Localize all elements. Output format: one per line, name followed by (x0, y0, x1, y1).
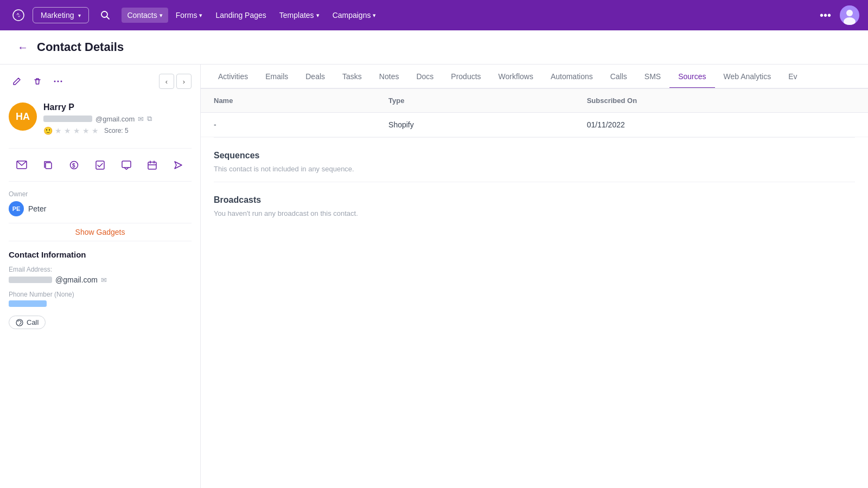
sidebar-toolbar: ‹ › (9, 73, 192, 89)
sequences-section: Sequences This contact is not included i… (201, 138, 868, 182)
contact-email-row: @gmail.com ✉ ⧉ (43, 114, 192, 123)
deal-action-icon[interactable]: $ (64, 155, 84, 175)
logo-icon[interactable] (9, 5, 28, 25)
email-domain: @gmail.com (95, 115, 135, 123)
svg-marker-19 (175, 162, 182, 169)
col-type: Type (375, 89, 574, 113)
sequences-title: Sequences (214, 151, 855, 160)
tab-sources[interactable]: Sources (669, 65, 714, 89)
svg-point-7 (58, 81, 59, 82)
templates-chevron-icon: ▾ (316, 12, 320, 19)
star-3[interactable]: ★ (73, 126, 80, 135)
row-type: Shopify (375, 113, 574, 137)
tab-activities[interactable]: Activities (209, 65, 257, 89)
copy-action-icon[interactable] (38, 155, 58, 175)
more-options-button[interactable] (50, 73, 66, 89)
col-name: Name (201, 89, 375, 113)
right-content: Activities Emails Deals Tasks Notes Docs… (201, 65, 868, 488)
email-field-label: Email Address: (9, 266, 192, 273)
tab-workflows[interactable]: Workflows (490, 65, 542, 89)
nav-campaigns[interactable]: Campaigns ▾ (327, 8, 382, 23)
tab-ev[interactable]: Ev (780, 65, 806, 89)
delete-button[interactable] (29, 73, 46, 89)
broadcasts-title: Broadcasts (214, 195, 855, 205)
call-button[interactable]: Call (9, 316, 46, 329)
owner-row: PE Peter (9, 201, 192, 216)
table-row: - Shopify 01/11/2022 (201, 113, 868, 137)
phone-field-value (9, 300, 192, 307)
copy-icon[interactable]: ⧉ (147, 114, 152, 123)
tab-web-analytics[interactable]: Web Analytics (715, 65, 780, 89)
row-subscribed-on: 01/11/2022 (574, 113, 868, 137)
main-layout: ‹ › HA Harry P @gmail.com ✉ ⧉ 🙂 ★ (0, 65, 868, 488)
star-2[interactable]: ★ (64, 126, 71, 135)
tabs-bar: Activities Emails Deals Tasks Notes Docs… (201, 65, 868, 89)
tab-emails[interactable]: Emails (257, 65, 297, 89)
email-icon: ✉ (138, 115, 144, 123)
tab-docs[interactable]: Docs (407, 65, 442, 89)
page-header: ← Contact Details (0, 30, 868, 65)
next-contact-button[interactable]: › (176, 74, 192, 89)
nav-contacts[interactable]: Contacts ▾ (122, 8, 168, 23)
svg-point-4 (846, 10, 853, 16)
svg-point-8 (61, 81, 62, 82)
topnav-menu: Contacts ▾ Forms ▾ Landing Pages Templat… (122, 8, 381, 23)
prev-contact-button[interactable]: ‹ (159, 74, 174, 89)
contact-information-title: Contact Information (9, 250, 192, 259)
forms-chevron-icon: ▾ (199, 12, 202, 19)
email-field-icon: ✉ (101, 276, 107, 284)
tab-tasks[interactable]: Tasks (334, 65, 371, 89)
app-selector-label: Marketing (41, 11, 74, 20)
score-text: Score: 5 (104, 127, 129, 134)
star-1[interactable]: ★ (55, 126, 62, 135)
owner-avatar: PE (9, 201, 24, 216)
tab-sms[interactable]: SMS (636, 65, 669, 89)
search-button[interactable] (95, 5, 115, 25)
email-blurred (43, 115, 92, 122)
tab-calls[interactable]: Calls (602, 65, 636, 89)
star-5[interactable]: ★ (92, 126, 99, 135)
calendar-action-icon[interactable] (143, 155, 162, 175)
app-selector[interactable]: Marketing ▾ (33, 7, 89, 23)
tab-notes[interactable]: Notes (371, 65, 408, 89)
nav-templates[interactable]: Templates ▾ (274, 8, 325, 23)
tab-deals[interactable]: Deals (297, 65, 334, 89)
svg-rect-15 (148, 162, 156, 169)
star-4[interactable]: ★ (82, 126, 90, 135)
email-field-value: @gmail.com ✉ (9, 275, 192, 284)
chevron-down-icon: ▾ (78, 12, 81, 18)
sources-table: Name Type Subscribed On - Shopify 01/11/… (201, 89, 868, 137)
edit-button[interactable] (9, 73, 25, 89)
sms-action-icon[interactable] (117, 155, 136, 175)
col-subscribed-on: Subscribed On (574, 89, 868, 113)
task-action-icon[interactable] (90, 155, 110, 175)
more-menu-button[interactable]: ••• (815, 7, 835, 24)
user-avatar[interactable] (840, 5, 859, 25)
send-action-icon[interactable] (169, 155, 188, 175)
nav-forms[interactable]: Forms ▾ (170, 8, 208, 23)
rating-row: 🙂 ★ ★ ★ ★ ★ Score: 5 (43, 126, 192, 135)
show-gadgets-button[interactable]: Show Gadgets (9, 223, 192, 241)
sequences-empty-message: This contact is not included in any sequ… (214, 165, 855, 173)
nav-landing-pages[interactable]: Landing Pages (210, 8, 271, 23)
contacts-chevron-icon: ▾ (159, 12, 163, 19)
phone-field-label: Phone Number (None) (9, 291, 192, 298)
tab-products[interactable]: Products (442, 65, 489, 89)
broadcasts-empty-message: You haven't run any broadcast on this co… (214, 209, 855, 217)
toolbar-nav: ‹ › (159, 74, 192, 89)
phone-value-blurred (9, 300, 47, 307)
svg-text:$: $ (72, 163, 75, 169)
action-icons-bar: $ (9, 148, 192, 182)
email-value-blurred (9, 277, 52, 283)
tab-content-sources: Name Type Subscribed On - Shopify 01/11/… (201, 89, 868, 488)
svg-point-0 (13, 10, 24, 21)
topnav: Marketing ▾ Contacts ▾ Forms ▾ Landing P… (0, 0, 868, 30)
back-button[interactable]: ← (17, 42, 28, 53)
svg-point-6 (54, 81, 56, 82)
row-name: - (201, 113, 375, 137)
owner-label: Owner (9, 190, 192, 198)
page-title: Contact Details (37, 40, 124, 54)
email-action-icon[interactable] (12, 155, 31, 175)
tab-automations[interactable]: Automations (542, 65, 602, 89)
toolbar-icons (9, 73, 66, 89)
